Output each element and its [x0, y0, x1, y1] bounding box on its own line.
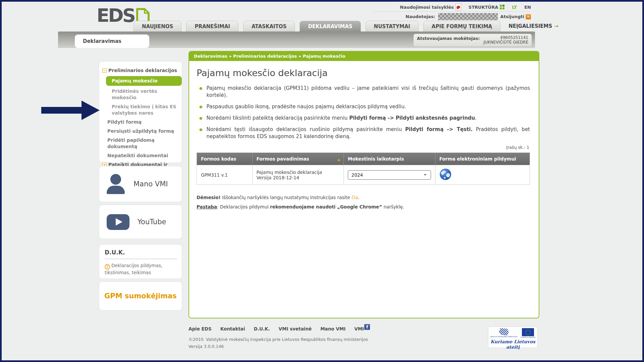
list-item: ● Norėdami tęsti išsaugoto deklaracijos … — [197, 126, 530, 140]
sidebar-item-pildyti-forma[interactable]: Pildyti formą — [99, 118, 182, 127]
bullet-icon: ● — [199, 115, 203, 122]
sort-asc-icon: ▲ — [337, 158, 340, 161]
rules-link[interactable]: Naudojimosi taisyklės — [400, 4, 461, 10]
sidebar-item-prekiu-tiekimo[interactable]: Prekių tiekimo į kitas ES valstybes nare… — [99, 102, 182, 118]
bullet-icon: ● — [199, 85, 203, 99]
globe-icon[interactable] — [439, 168, 451, 181]
tab-nustatymai[interactable]: NUSTATYMAI — [366, 21, 419, 32]
sidebar-item-prideti-dokumenta[interactable]: Pridėti papildomą dokumentą — [99, 136, 182, 151]
sidebar-item-pajamu-mokescio[interactable]: Pajamų mokesčio — [106, 76, 182, 86]
structure-link[interactable]: STRUKTŪRA — [469, 5, 504, 10]
page-title: Pajamų mokesčio deklaracija — [197, 68, 530, 78]
footer-link-duk[interactable]: D.U.K. — [254, 326, 270, 331]
fill-form-cell — [435, 165, 530, 185]
youtube-banner[interactable]: YouTube — [99, 205, 182, 239]
user-name-redacted — [438, 13, 498, 20]
duk-link[interactable]: ?Deklaracijos pildymas, tikslinimas, tei… — [105, 262, 177, 276]
footer-link-vmi-svetaine[interactable]: VMI svetainė — [279, 326, 312, 331]
cia-link[interactable]: čia — [352, 195, 358, 200]
section-bar: Deklaravimas Atstovaujamas mokėtojas: 49… — [58, 32, 535, 48]
mokslas-caption: MOKSLAS-EKONOMIKA-SANGLAUDA — [490, 336, 517, 338]
tab-pranesimai[interactable]: PRANEŠIMAI — [186, 21, 238, 32]
period-select[interactable]: 2024 ⌄ — [348, 170, 431, 180]
sidebar-item-preliminarios[interactable]: − Preliminarios deklaracijos — [99, 66, 182, 75]
tab-ataskaitos[interactable]: ATASKAITOS — [243, 21, 295, 32]
bullet-icon: ● — [199, 126, 203, 140]
sidebar-item-nepateikti-dokumentai[interactable]: Nepateikti dokumentai — [99, 151, 182, 160]
version-text: Versija 3.0.0.146 — [189, 344, 224, 349]
main-nav-tabs: NAUJIENOS PRANEŠIMAI ATASKAITOS DEKLARAV… — [133, 21, 558, 32]
list-item: ● Norėdami tikslinti pateiktą deklaracij… — [197, 115, 530, 122]
eds-page: EDS Naudojimosi taisyklės STRUKTŪRA LT E… — [0, 0, 644, 362]
mokslas-logo: MOKSLAS-EKONOMIKA-SANGLAUDA — [490, 328, 517, 338]
footer-links: Apie EDS Kontaktai D.U.K. VMI svetainė M… — [189, 326, 370, 331]
youtube-icon — [107, 214, 129, 230]
divider — [105, 259, 177, 259]
chevron-down-icon: ⌄ — [423, 171, 427, 177]
sidebar-item-pvm[interactable]: Pridėtinės vertės mokesčio — [99, 87, 182, 102]
footer-link-vmi-label: VMI — [354, 326, 364, 331]
kuriame-lietuvos-ateiti: Kuriame Lietuvos ateitį — [490, 339, 535, 350]
payer-values: 49605251141 JUKNEVIČIŪTĖ GIEDRĖ — [483, 35, 528, 45]
col-forma-pildymui[interactable]: Forma elektroniniam pildymui — [435, 153, 530, 165]
structure-link-label: STRUKTŪRA — [469, 5, 498, 10]
copyright-text: ©2010. Valstybinė mokesčių inspekcija pr… — [189, 337, 368, 342]
eu-funding-logos: MOKSLAS-EKONOMIKA-SANGLAUDA EUROPOS SĄJU… — [488, 326, 538, 348]
footer-link-apie-eds[interactable]: Apie EDS — [189, 326, 212, 331]
footer-link-kontaktai[interactable]: Kontaktai — [220, 326, 245, 331]
bullet-text: Paspaudus gaublio ikoną, pradėsite naujo… — [207, 103, 406, 110]
sidebar-item-label: Preliminarios deklaracijos — [108, 67, 177, 74]
records-count: Įrašų sk.: 1 — [197, 145, 529, 150]
represented-payer-box: Atstovaujamas mokėtojas: 49605251141 JUK… — [414, 34, 532, 46]
breadcrumb[interactable]: Deklaravimas » Preliminarios deklaracijo… — [189, 52, 539, 61]
content-panel: Deklaravimas » Preliminarios deklaracijo… — [189, 51, 539, 318]
mano-vmi-label: Mano VMI — [133, 180, 168, 188]
mano-vmi-banner[interactable]: Mano VMI — [99, 166, 182, 202]
pdf-icon — [455, 4, 461, 10]
user-bar: Naudotojas: Atsijungti ✕ — [406, 13, 531, 20]
period-cell: 2024 ⌄ — [343, 165, 435, 185]
tab-neigaliesiems[interactable]: NEĮGALIESIEMS → — [508, 21, 558, 32]
facebook-icon: f — [364, 324, 370, 330]
collapse-icon[interactable]: − — [102, 68, 107, 73]
bullet-icon: ● — [199, 103, 203, 110]
gpm-label: GPM sumokėjimas — [104, 292, 177, 300]
note-pastaba: Pastaba: Deklaracijos pildymui rekomendu… — [197, 202, 530, 212]
tab-neigaliesiems-label: NEĮGALIESIEMS — [508, 23, 552, 29]
col-formos-pavadinimas[interactable]: Formos pavadinimas ▲ — [252, 153, 343, 165]
sidebar-item-persiusti-forma[interactable]: Persiųsti užpildytą formą — [99, 127, 182, 136]
eds-logo-text: EDS — [97, 7, 135, 24]
person-icon — [107, 174, 125, 194]
tab-naujienos[interactable]: NAUJIENOS — [133, 21, 181, 32]
footer-link-vmi-facebook[interactable]: VMI f — [354, 326, 370, 331]
subtab-deklaravimas[interactable]: Deklaravimas — [75, 35, 149, 48]
payer-label: Atstovaujamas mokėtojas: — [417, 35, 480, 45]
question-icon: ? — [105, 264, 110, 269]
arrow-right-icon: → — [554, 23, 558, 29]
footer-link-mano-vmi[interactable]: Mano VMI — [320, 326, 345, 331]
tab-apie-formu-teikima[interactable]: APIE FORMŲ TEIKIMĄ — [423, 21, 500, 32]
forms-table: Formos kodas Formos pavadinimas ▲ Mokest… — [197, 153, 530, 185]
col-mokestinis-laikotarpis[interactable]: Mokestinis laikotarpis — [343, 153, 435, 165]
col-label: Formos pavadinimas — [257, 156, 309, 162]
note-demesio: Dėmesio! Iššokančių naršyklės langų nust… — [197, 193, 530, 202]
gpm-banner[interactable]: GPM sumokėjimas — [99, 282, 182, 310]
lang-lt-button[interactable]: LT — [512, 5, 517, 10]
payer-name: JUKNEVIČIŪTĖ GIEDRĖ — [483, 40, 528, 45]
tab-deklaravimas[interactable]: DEKLARAVIMAS — [300, 21, 361, 32]
logout-button[interactable]: Atsijungti ✕ — [500, 14, 531, 19]
lang-en-button[interactable]: EN — [524, 5, 531, 10]
eu-flag-icon — [522, 328, 534, 336]
bullet-text: Norėdami tikslinti pateiktą deklaraciją … — [207, 115, 477, 122]
info-list: ● Pajamų mokesčio deklaracija (GPM311) p… — [197, 85, 530, 140]
table-row: GPM311 v.1 Pajamų mokesčio deklaracija V… — [197, 165, 530, 185]
form-name-line2: Versija 2018-12-14 — [257, 175, 300, 180]
form-name-line1: Pajamų mokesčio deklaracija — [257, 170, 322, 175]
duk-title: D.U.K. — [105, 249, 177, 256]
lithuania-map-icon — [499, 328, 509, 336]
logout-label: Atsijungti — [500, 14, 524, 19]
col-formos-kodas[interactable]: Formos kodas — [197, 153, 253, 165]
list-item: ● Pajamų mokesčio deklaracija (GPM311) p… — [197, 85, 530, 99]
form-name: Pajamų mokesčio deklaracija Versija 2018… — [252, 165, 343, 185]
pointer-arrow — [41, 101, 100, 120]
